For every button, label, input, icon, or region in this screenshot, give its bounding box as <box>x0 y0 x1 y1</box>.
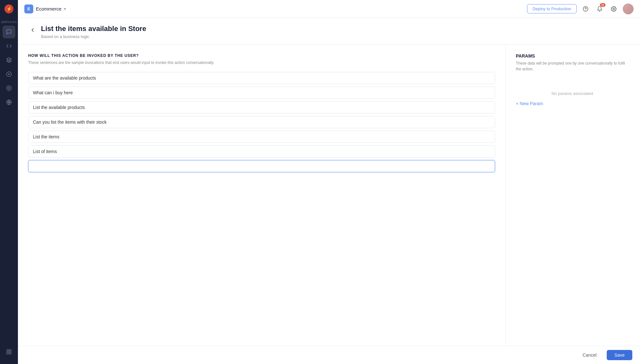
no-params-message: No params associated. <box>516 91 630 96</box>
sidebar-icon-chat[interactable] <box>3 26 15 38</box>
new-param-button[interactable]: + New Param <box>516 101 543 106</box>
invocations-section-title: HOW WILL THIS ACTION BE INVOKED BY THE U… <box>28 53 495 58</box>
left-column: HOW WILL THIS ACTION BE INVOKED BY THE U… <box>18 44 506 346</box>
notification-button[interactable]: 99 <box>595 4 605 14</box>
invocation-input-6[interactable] <box>28 160 495 172</box>
sidebar-icon-code[interactable] <box>3 40 15 52</box>
svg-marker-0 <box>7 58 12 60</box>
right-column: PARAMS These data will be prompted one b… <box>506 44 640 346</box>
sidebar-services-label: Services <box>1 20 17 24</box>
invocation-input-2[interactable] <box>28 101 495 113</box>
page-header: List the items available in Store Based … <box>18 18 640 44</box>
params-title: PARAMS <box>516 53 630 58</box>
app-badge: E <box>24 4 33 13</box>
invocation-input-3[interactable] <box>28 116 495 128</box>
svg-rect-12 <box>7 352 8 354</box>
back-button[interactable] <box>28 26 37 35</box>
invocation-input-5[interactable] <box>28 145 495 158</box>
svg-point-4 <box>7 86 12 91</box>
page-subtitle: Based on a business logic <box>41 34 146 39</box>
sidebar-icon-phone[interactable] <box>3 82 15 95</box>
svg-rect-9 <box>7 350 8 351</box>
sidebar-logo: ⚡ <box>0 0 18 18</box>
avatar-image <box>623 4 634 14</box>
help-button[interactable] <box>580 4 591 14</box>
save-button[interactable]: Save <box>607 350 632 360</box>
invocations-section-desc: These sentences are the sample invocatio… <box>28 60 495 66</box>
svg-point-15 <box>613 8 615 10</box>
app-logo-icon: ⚡ <box>4 4 13 13</box>
svg-rect-10 <box>10 350 11 351</box>
header-right: Deploy to Production 99 <box>527 4 634 14</box>
svg-point-5 <box>8 87 10 89</box>
invocation-input-0[interactable] <box>28 72 495 84</box>
header-left: E Ecommerce ▾ <box>24 4 66 13</box>
params-desc: These data will be prompted one by one c… <box>516 60 630 72</box>
chevron-down-icon[interactable]: ▾ <box>64 7 66 11</box>
svg-rect-11 <box>10 352 11 354</box>
page-title-group: List the items available in Store Based … <box>41 24 146 39</box>
sidebar-icon-grid[interactable] <box>3 345 15 358</box>
sidebar-icon-brain[interactable] <box>3 68 15 81</box>
sidebar-icon-globe-star[interactable] <box>3 96 15 109</box>
app-name: Ecommerce <box>36 6 61 12</box>
page-title: List the items available in Store <box>41 24 146 34</box>
invocation-input-4[interactable] <box>28 131 495 143</box>
invocation-input-1[interactable] <box>28 87 495 99</box>
top-header: E Ecommerce ▾ Deploy to Production 99 <box>18 0 640 18</box>
main-area: E Ecommerce ▾ Deploy to Production 99 <box>18 0 640 364</box>
content-area: HOW WILL THIS ACTION BE INVOKED BY THE U… <box>18 44 640 346</box>
sidebar-bottom <box>3 345 15 364</box>
cancel-button[interactable]: Cancel <box>576 350 603 360</box>
sidebar: ⚡ Services <box>0 0 18 364</box>
columns-area: HOW WILL THIS ACTION BE INVOKED BY THE U… <box>18 44 640 346</box>
footer: Cancel Save <box>18 346 640 364</box>
user-avatar[interactable] <box>623 4 634 14</box>
settings-button[interactable] <box>609 4 619 14</box>
invocations-list <box>28 72 495 175</box>
deploy-button[interactable]: Deploy to Production <box>527 4 577 13</box>
notification-badge: 99 <box>600 3 605 7</box>
sidebar-icon-layers[interactable] <box>3 54 15 66</box>
